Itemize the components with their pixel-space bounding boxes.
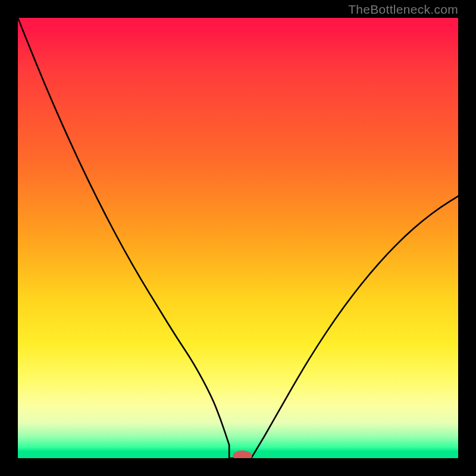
chart-frame: TheBottleneck.com: [0, 0, 476, 476]
notch-marker: [233, 450, 252, 458]
plot-area: [18, 18, 458, 458]
curve-svg: [18, 18, 458, 458]
watermark-text: TheBottleneck.com: [348, 2, 458, 17]
bottleneck-curve: [18, 18, 458, 458]
